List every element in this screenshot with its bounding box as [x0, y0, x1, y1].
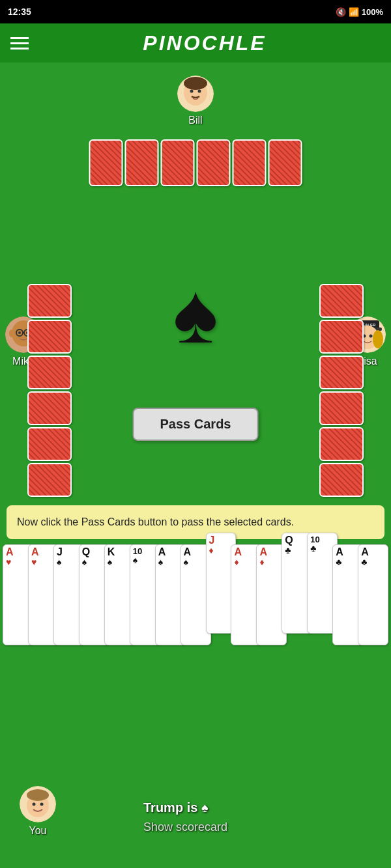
app-title: PINOCHLE [29, 31, 381, 55]
card-back [268, 139, 302, 186]
card-back [197, 139, 231, 186]
svg-point-3 [190, 90, 194, 93]
show-scorecard-button[interactable]: Show scorecard [143, 818, 227, 837]
card-back [27, 320, 72, 354]
status-icons: 🔇 📶 100% [336, 7, 383, 17]
svg-point-26 [33, 803, 36, 806]
card-back [233, 139, 267, 186]
bill-cards [89, 139, 302, 186]
bill-avatar [177, 76, 214, 112]
you-name: You [29, 825, 47, 837]
card-back [319, 391, 364, 425]
svg-point-27 [40, 803, 44, 806]
player-bottom: You [20, 786, 56, 837]
bill-name: Bill [188, 115, 202, 126]
card-back [319, 427, 364, 461]
player-hand: A ♥ A ♥ J ♠ Q ♠ K ♠ 10 ♠ A ♠ A ♠ [0, 544, 391, 655]
trump-info: Trump is ♠ Show scorecard [143, 797, 227, 837]
svg-point-2 [184, 77, 207, 90]
svg-point-4 [198, 90, 201, 93]
status-time: 12:35 [8, 7, 31, 17]
battery-label: 100% [362, 7, 383, 17]
mute-icon: 🔇 [336, 7, 346, 17]
card-back [319, 284, 364, 318]
lisa-cards [319, 284, 364, 497]
svg-point-25 [27, 789, 49, 801]
menu-button[interactable] [10, 37, 29, 49]
svg-point-12 [9, 329, 14, 337]
trump-spade-icon: ♠ [173, 271, 218, 356]
trump-label: Trump is ♠ [143, 797, 227, 818]
svg-point-10 [18, 331, 21, 334]
card-back [89, 139, 123, 186]
game-area: Bill [0, 63, 391, 868]
card-back [27, 356, 72, 389]
card-back [27, 463, 72, 497]
card-back [319, 463, 364, 497]
hint-text: Now click the Pass Cards button to pass … [17, 516, 294, 527]
signal-icon: 📶 [349, 7, 359, 17]
player-top: Bill [177, 76, 214, 126]
card-back [161, 139, 195, 186]
you-avatar [20, 786, 56, 822]
card-back [125, 139, 159, 186]
card-back [319, 356, 364, 389]
card-back [319, 320, 364, 354]
status-bar: 12:35 🔇 📶 100% [0, 0, 391, 23]
card-back [27, 284, 72, 318]
card-back [27, 427, 72, 461]
svg-point-22 [369, 335, 373, 338]
card-back [27, 391, 72, 425]
mike-cards [27, 284, 72, 497]
app-header: PINOCHLE [0, 23, 391, 63]
hand-card-15[interactable]: A ♣ [358, 544, 388, 645]
svg-point-20 [373, 330, 383, 348]
pass-cards-button[interactable]: Pass Cards [133, 408, 259, 441]
